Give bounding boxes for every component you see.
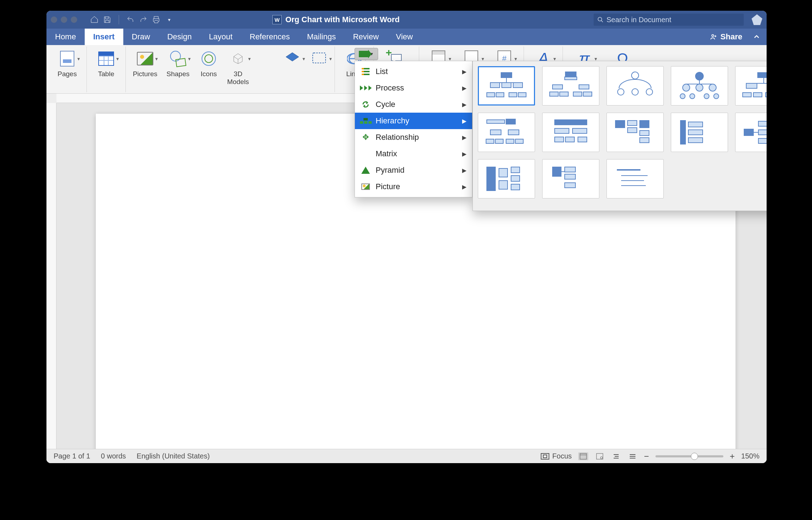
print-icon[interactable] bbox=[151, 15, 161, 25]
web-layout-view-button[interactable] bbox=[595, 452, 605, 460]
search-input[interactable]: Search in Document bbox=[594, 14, 744, 26]
share-label: Share bbox=[721, 32, 742, 41]
svg-point-30 bbox=[704, 94, 709, 99]
smartart-cat-process[interactable]: Process▶ bbox=[355, 80, 472, 96]
cat-label: Pyramid bbox=[376, 166, 405, 175]
vertical-ruler[interactable] bbox=[46, 103, 56, 461]
zoom-level[interactable]: 150% bbox=[741, 452, 759, 460]
account-avatar-icon[interactable] bbox=[752, 14, 762, 25]
qat-customize-icon[interactable]: ▾ bbox=[164, 15, 174, 25]
cat-label: Hierarchy bbox=[376, 116, 409, 126]
cycle-icon bbox=[361, 100, 371, 109]
zoom-out-button[interactable]: − bbox=[644, 451, 649, 461]
outline-view-button[interactable] bbox=[611, 452, 621, 460]
collapse-ribbon-button[interactable] bbox=[747, 29, 767, 45]
gallery-item[interactable] bbox=[478, 159, 535, 198]
zoom-window-button[interactable] bbox=[71, 16, 77, 23]
shapes-button[interactable]: ▼ Shapes bbox=[162, 46, 194, 78]
draft-view-button[interactable] bbox=[628, 452, 638, 460]
home-icon[interactable] bbox=[89, 15, 99, 25]
tab-view[interactable]: View bbox=[387, 29, 421, 45]
svg-point-26 bbox=[696, 84, 703, 91]
tab-insert[interactable]: Insert bbox=[85, 29, 123, 45]
gallery-item[interactable] bbox=[478, 66, 535, 106]
gallery-item[interactable] bbox=[542, 113, 599, 152]
status-language[interactable]: English (United States) bbox=[137, 452, 210, 460]
save-icon[interactable] bbox=[102, 15, 112, 25]
gallery-item[interactable] bbox=[606, 159, 664, 198]
page-icon bbox=[60, 51, 74, 67]
pictures-icon bbox=[137, 52, 153, 65]
svg-rect-34 bbox=[758, 73, 767, 78]
smartart-gallery bbox=[472, 61, 767, 211]
titlebar: ▾ W Org Chart with Microsoft Word Search… bbox=[46, 11, 767, 29]
svg-point-22 bbox=[632, 89, 638, 95]
zoom-slider[interactable] bbox=[655, 455, 723, 457]
gallery-item[interactable] bbox=[606, 113, 664, 152]
gallery-item[interactable] bbox=[542, 159, 599, 198]
svg-point-0 bbox=[598, 17, 602, 21]
pictures-button[interactable]: ▼ Pictures bbox=[129, 46, 162, 78]
group-pages: ▼ Pages bbox=[48, 46, 87, 92]
svg-rect-76 bbox=[499, 181, 508, 189]
3d-models-button[interactable]: ▼ 3D Models bbox=[223, 46, 253, 86]
smartart-cat-list[interactable]: List▶ bbox=[355, 63, 472, 80]
print-layout-view-button[interactable] bbox=[578, 452, 588, 460]
chart-button[interactable]: ▼ . bbox=[278, 46, 307, 78]
document-title-text: Org Chart with Microsoft Word bbox=[285, 15, 400, 24]
tab-review[interactable]: Review bbox=[345, 29, 387, 45]
cat-label: Picture bbox=[376, 182, 400, 191]
svg-point-96 bbox=[600, 457, 603, 459]
svg-rect-18 bbox=[573, 92, 582, 96]
smartart-category-list: List▶ Process▶ Cycle▶ Hierarchy▶ bbox=[355, 61, 472, 197]
status-words[interactable]: 0 words bbox=[101, 452, 126, 460]
table-button[interactable]: ▼ Table bbox=[90, 46, 123, 78]
icons-button[interactable]: Icons bbox=[194, 46, 223, 78]
smartart-cat-pyramid[interactable]: Pyramid▶ bbox=[355, 162, 472, 178]
list-icon bbox=[361, 67, 371, 76]
tab-design[interactable]: Design bbox=[159, 29, 200, 45]
svg-rect-16 bbox=[550, 92, 558, 96]
status-page[interactable]: Page 1 of 1 bbox=[54, 452, 90, 460]
share-button[interactable]: Share bbox=[705, 29, 747, 45]
smartart-button[interactable]: ▼ bbox=[355, 48, 378, 60]
redo-icon[interactable] bbox=[138, 15, 148, 25]
pictures-label: Pictures bbox=[133, 70, 158, 78]
gallery-item[interactable] bbox=[542, 66, 599, 106]
gallery-item[interactable] bbox=[735, 113, 767, 152]
undo-icon[interactable] bbox=[125, 15, 135, 25]
smartart-cat-picture[interactable]: Picture▶ bbox=[355, 178, 472, 195]
svg-rect-95 bbox=[596, 453, 603, 459]
gallery-item[interactable] bbox=[606, 66, 664, 106]
svg-rect-37 bbox=[743, 93, 751, 97]
minimize-window-button[interactable] bbox=[61, 16, 67, 23]
hierarchy-icon bbox=[361, 117, 371, 125]
zoom-in-button[interactable]: + bbox=[730, 451, 735, 461]
svg-rect-83 bbox=[565, 183, 575, 188]
gallery-item[interactable] bbox=[671, 66, 728, 106]
focus-label: Focus bbox=[552, 452, 571, 460]
zoom-thumb[interactable] bbox=[691, 453, 698, 460]
svg-rect-75 bbox=[499, 168, 508, 177]
gallery-item[interactable] bbox=[735, 66, 767, 106]
svg-rect-50 bbox=[515, 139, 523, 143]
smartart-cat-relationship[interactable]: ✥ Relationship▶ bbox=[355, 129, 472, 146]
gallery-item[interactable] bbox=[478, 113, 535, 152]
smartart-cat-hierarchy[interactable]: Hierarchy▶ bbox=[355, 113, 472, 129]
cat-label: Relationship bbox=[376, 133, 419, 142]
svg-rect-82 bbox=[565, 174, 575, 179]
tab-draw[interactable]: Draw bbox=[123, 29, 159, 45]
tab-home[interactable]: Home bbox=[46, 29, 85, 45]
pages-button[interactable]: ▼ Pages bbox=[51, 46, 84, 78]
gallery-item[interactable] bbox=[671, 113, 728, 152]
focus-mode-button[interactable]: Focus bbox=[541, 452, 571, 460]
cat-label: Matrix bbox=[376, 149, 397, 158]
tab-mailings[interactable]: Mailings bbox=[298, 29, 345, 45]
close-window-button[interactable] bbox=[51, 16, 57, 23]
screenshot-button[interactable]: ▼ . bbox=[307, 46, 332, 78]
smartart-cat-cycle[interactable]: Cycle▶ bbox=[355, 96, 472, 113]
tab-references[interactable]: References bbox=[241, 29, 299, 45]
matrix-icon bbox=[361, 149, 371, 158]
smartart-cat-matrix[interactable]: Matrix▶ bbox=[355, 146, 472, 162]
tab-layout[interactable]: Layout bbox=[200, 29, 241, 45]
